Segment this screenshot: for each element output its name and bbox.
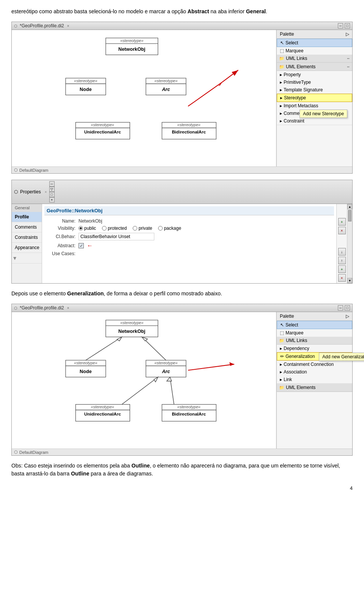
palette-primitivetype-1[interactable]: ▸ PrimitiveType xyxy=(277,78,352,86)
properties-scrollbar: ▲ ▼ xyxy=(347,204,352,283)
template-icon-1: ▸ xyxy=(280,87,282,93)
uml-elements-label-1: UML Elements xyxy=(286,64,315,69)
link-icon: ▸ xyxy=(280,377,282,382)
scroll-down-arrow[interactable]: ▼ xyxy=(347,278,352,283)
intro-text-3: . xyxy=(266,8,267,14)
palette-expand-icon-1[interactable]: ▷ xyxy=(346,31,349,37)
svg-text:NetworkObj: NetworkObj xyxy=(118,329,145,334)
svg-text:Arc: Arc xyxy=(162,369,170,374)
remove-clbehav-btn[interactable]: × xyxy=(338,227,346,234)
svg-text:Arc: Arc xyxy=(162,87,170,92)
palette-template-sig-1[interactable]: ▸ Template Signature xyxy=(277,86,352,94)
prop-row-visibility: Visibility: public protected private xyxy=(44,226,334,231)
tab-comments[interactable]: Comments xyxy=(12,222,42,232)
palette-association-2[interactable]: ▸ Association xyxy=(277,368,352,376)
palette-containment-2[interactable]: ▸ Containment Connection xyxy=(277,361,352,368)
diagram-tab-icon-2: ⬡ xyxy=(14,306,17,310)
diagram-svg-1: «stereotype» NetworkObj «stereotype» Nod… xyxy=(12,30,276,166)
props-close[interactable]: × xyxy=(49,197,55,202)
abstract-checkbox[interactable]: ✓ xyxy=(78,243,84,248)
move-up-btn[interactable]: ↑ xyxy=(338,257,346,264)
radio-protected[interactable]: protected xyxy=(102,226,127,231)
uml-links-header-2[interactable]: 📁 UML Links xyxy=(277,337,352,345)
palette-property-1[interactable]: ▸ Property xyxy=(277,71,352,78)
radio-private[interactable]: private xyxy=(133,226,152,231)
palette-containment-label: Containment Connection xyxy=(284,362,334,367)
svg-text:UnidirectionalArc: UnidirectionalArc xyxy=(84,129,121,134)
footer-diagram-icon-2: ⬡ xyxy=(14,450,18,455)
footer-label-1: DefaultDiagram xyxy=(19,168,48,173)
palette-dependency-2[interactable]: ▸ Dependency xyxy=(277,345,352,352)
svg-text:BidirectionalArc: BidirectionalArc xyxy=(172,129,206,134)
folder-icon-1: 📁 xyxy=(279,56,284,61)
svg-text:NetworkObj: NetworkObj xyxy=(118,47,145,52)
palette-generalization-2[interactable]: ✏ Generalization Add new Generalization xyxy=(277,352,352,361)
generalization-icon: ✏ xyxy=(280,354,284,359)
properties-side-buttons: + × ↓ ↑ + × xyxy=(336,204,347,283)
page-container: estereótipo como abstrato basta selecion… xyxy=(0,0,364,499)
props-minimize[interactable]: ─ xyxy=(49,181,55,187)
palette-stereotype-label-1: Stereotype xyxy=(284,95,306,100)
window-titlebar-1: ⬡ *GeoProfile.profile.di2 × ─ □ xyxy=(12,22,352,30)
tab-appearance[interactable]: Appearance xyxy=(12,243,42,253)
move-down-btn[interactable]: ↓ xyxy=(338,248,346,256)
win-minimize-1[interactable]: ─ xyxy=(338,23,343,28)
palette-constraint-label-1: Constraint xyxy=(284,118,304,124)
radio-protected-label: protected xyxy=(108,226,127,231)
add-clbehav-btn[interactable]: + xyxy=(338,218,346,226)
tab-profile[interactable]: Profile xyxy=(12,212,42,222)
tab-general[interactable]: General xyxy=(12,204,42,212)
props-maximize[interactable]: □ xyxy=(49,192,55,197)
svg-marker-51 xyxy=(167,377,172,381)
marquee-icon-1: ⬚ xyxy=(280,48,284,53)
window-controls-1: ─ □ xyxy=(338,23,350,28)
svg-line-44 xyxy=(86,337,122,360)
diagram-area-2: «stereotype» NetworkObj «stereotype» Nod… xyxy=(12,312,352,449)
links-collapse-icon-1: ↔ xyxy=(347,56,350,60)
svg-text:«stereotype»: «stereotype» xyxy=(177,122,201,127)
props-menu[interactable]: ▽ xyxy=(49,187,55,192)
win-maximize-2[interactable]: □ xyxy=(345,305,350,311)
scroll-up-arrow[interactable]: ▲ xyxy=(347,204,352,209)
tab-constraints[interactable]: Constraints xyxy=(12,232,42,243)
palette-link-2[interactable]: ▸ Link xyxy=(277,376,352,383)
prop-row-usecases: Use Cases: xyxy=(44,251,334,256)
window-close-2[interactable]: × xyxy=(67,306,69,310)
svg-text:«stereotype»: «stereotype» xyxy=(177,405,201,409)
page-number: 4 xyxy=(11,485,353,491)
palette-comment-1[interactable]: ▸ Comment Add new Stereotype xyxy=(277,110,352,117)
prop-label-usecases: Use Cases: xyxy=(44,251,78,256)
scroll-thumb[interactable] xyxy=(348,210,351,221)
radio-protected-circle xyxy=(102,226,107,231)
window-title-1: *GeoProfile.profile.di2 xyxy=(20,23,64,28)
palette-select-2[interactable]: ↖ Select xyxy=(277,321,352,329)
intro-bold-abstract: Abstract xyxy=(188,8,209,14)
palette-select-1[interactable]: ↖ Select xyxy=(277,39,352,47)
win-maximize-1[interactable]: □ xyxy=(345,23,350,28)
window-close-1[interactable]: × xyxy=(67,24,69,28)
palette-generalization-label: Generalization xyxy=(286,354,315,359)
palette-association-label: Association xyxy=(284,369,307,375)
palette-marquee-2[interactable]: ⬚ Marquee xyxy=(277,329,352,337)
uml-links-header-1[interactable]: 📁 UML Links ↔ xyxy=(277,55,352,63)
palette-expand-icon-2[interactable]: ▷ xyxy=(346,314,349,319)
radio-package[interactable]: package xyxy=(158,226,181,231)
palette-import-metaclass-1[interactable]: ▸ Import Metaclass xyxy=(277,102,352,110)
uml-elements-header-1[interactable]: 📁 UML Elements ↔ xyxy=(277,63,352,71)
uml-elements-header-2[interactable]: 📁 UML Elements xyxy=(277,384,352,392)
remove-usecase-btn[interactable]: × xyxy=(338,274,346,282)
palette-stereotype-1[interactable]: ▸ Stereotype xyxy=(277,94,352,102)
prop-input-clbehav[interactable] xyxy=(78,233,154,240)
uml-links-label-1: UML Links xyxy=(286,56,307,61)
palette-marquee-1[interactable]: ⬚ Marquee xyxy=(277,47,352,55)
svg-line-52 xyxy=(188,364,234,370)
footer-label-2: DefaultDiagram xyxy=(19,450,48,455)
radio-public[interactable]: public xyxy=(78,226,96,231)
win-minimize-2[interactable]: ─ xyxy=(338,305,343,311)
properties-close-tab[interactable]: × xyxy=(45,190,47,194)
intro-bold-general: General xyxy=(246,8,266,14)
palette-uml-elements-section-1: 📁 UML Elements ↔ ▸ Property ▸ PrimitiveT… xyxy=(277,63,352,125)
palette-constraint-1[interactable]: ▸ Constraint xyxy=(277,117,352,125)
eclipse-window-1: ⬡ *GeoProfile.profile.di2 × ─ □ «stereot… xyxy=(11,22,353,174)
add-usecase-btn[interactable]: + xyxy=(338,265,346,273)
